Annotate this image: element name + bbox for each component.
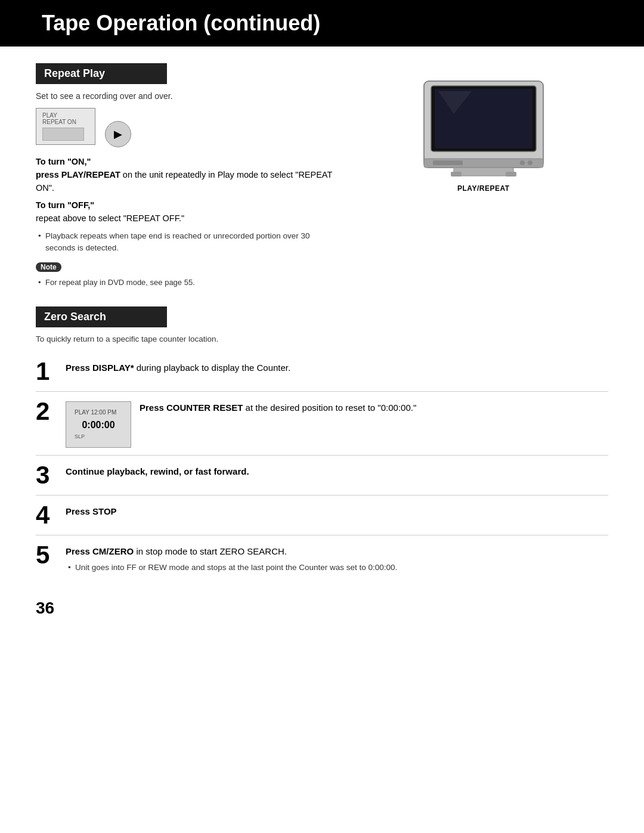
step-5-content: Press CM/ZERO in stop mode to start ZERO… bbox=[66, 543, 608, 574]
step-1: 1 Press DISPLAY* during playback to disp… bbox=[36, 352, 608, 392]
svg-rect-8 bbox=[454, 168, 513, 176]
repeat-play-display-row: PLAY REPEAT ON ▶ bbox=[36, 108, 341, 147]
step-2-bold: Press COUNTER RESET bbox=[140, 402, 243, 413]
tv-illustration bbox=[418, 75, 549, 179]
svg-point-6 bbox=[520, 160, 525, 165]
turn-off-text: repeat above to select "REPEAT OFF." bbox=[36, 213, 184, 223]
note-text: For repeat play in DVD mode, see page 55… bbox=[36, 277, 341, 289]
step-2: 2 PLAY 12:00 PM 0:00:00 SLP Press COUNTE… bbox=[36, 392, 608, 456]
display-screen bbox=[42, 128, 84, 141]
display-play-label: PLAY bbox=[42, 112, 89, 119]
step-3-number: 3 bbox=[36, 463, 57, 488]
step-3-text: Continue playback, rewind, or fast forwa… bbox=[66, 466, 249, 476]
repeat-play-right: PLAY/REPEAT bbox=[359, 63, 609, 289]
turn-off-label: To turn "OFF," bbox=[36, 200, 94, 210]
turn-on-bold: press PLAY/REPEAT bbox=[36, 170, 120, 179]
step-2-number: 2 bbox=[36, 399, 57, 424]
play-icon: ▶ bbox=[114, 128, 122, 141]
repeat-playback-bullet: Playback repeats when tape end is reache… bbox=[36, 230, 341, 255]
step-2-content: PLAY 12:00 PM 0:00:00 SLP Press COUNTER … bbox=[66, 399, 608, 448]
play-repeat-button-icon: ▶ bbox=[105, 121, 131, 147]
svg-rect-9 bbox=[451, 172, 462, 176]
step-4-content: Press STOP bbox=[66, 503, 608, 519]
step-4: 4 Press STOP bbox=[36, 496, 608, 535]
step-2-inner: PLAY 12:00 PM 0:00:00 SLP Press COUNTER … bbox=[66, 401, 608, 448]
repeat-play-note: Note For repeat play in DVD mode, see pa… bbox=[36, 261, 341, 289]
tv-label: PLAY/REPEAT bbox=[457, 184, 510, 193]
repeat-play-instructions: To turn "ON," press PLAY/REPEAT on the u… bbox=[36, 156, 341, 254]
step-1-content: Press DISPLAY* during playback to displa… bbox=[66, 359, 608, 375]
step-5: 5 Press CM/ZERO in stop mode to start ZE… bbox=[36, 535, 608, 581]
step-4-text: Press STOP bbox=[66, 506, 117, 516]
repeat-play-desc: Set to see a recording over and over. bbox=[36, 91, 341, 101]
display-repeat-label: REPEAT ON bbox=[42, 119, 89, 125]
step-1-bold: Press DISPLAY* bbox=[66, 363, 134, 373]
step-5-bullet: Unit goes into FF or REW mode and stops … bbox=[66, 562, 608, 574]
play-repeat-display: PLAY REPEAT ON bbox=[36, 108, 95, 145]
zero-search-section: Zero Search To quickly return to a speci… bbox=[36, 306, 608, 581]
turn-on-label: To turn "ON," bbox=[36, 157, 91, 166]
step-3: 3 Continue playback, rewind, or fast for… bbox=[36, 456, 608, 496]
zero-search-desc: To quickly return to a specific tape cou… bbox=[36, 335, 608, 343]
svg-point-7 bbox=[528, 160, 532, 165]
page-title: Tape Operation (continued) bbox=[0, 0, 644, 47]
step-3-content: Continue playback, rewind, or fast forwa… bbox=[66, 463, 608, 479]
repeat-play-section: Repeat Play Set to see a recording over … bbox=[36, 63, 608, 289]
repeat-play-header: Repeat Play bbox=[36, 63, 167, 84]
counter-play-time: PLAY 12:00 PM bbox=[75, 408, 122, 417]
slp-label: SLP bbox=[75, 432, 122, 441]
page-number: 36 bbox=[36, 599, 608, 618]
step-5-text: in stop mode to start ZERO SEARCH. bbox=[136, 546, 287, 556]
step-2-text: Press COUNTER RESET at the desired posit… bbox=[140, 401, 416, 415]
repeat-play-left: Repeat Play Set to see a recording over … bbox=[36, 63, 341, 289]
step-5-number: 5 bbox=[36, 543, 57, 568]
step-5-main: Press CM/ZERO in stop mode to start ZERO… bbox=[66, 545, 608, 559]
step-5-bold: Press CM/ZERO bbox=[66, 546, 134, 556]
svg-rect-5 bbox=[433, 160, 463, 165]
step-1-text: during playback to display the Counter. bbox=[137, 363, 291, 373]
step-4-number: 4 bbox=[36, 503, 57, 528]
counter-display: PLAY 12:00 PM 0:00:00 SLP bbox=[66, 401, 131, 448]
note-badge: Note bbox=[36, 262, 61, 272]
svg-rect-10 bbox=[506, 172, 516, 176]
counter-value: 0:00:00 bbox=[75, 417, 122, 433]
step-2-detail: at the desired position to reset to "0:0… bbox=[246, 402, 417, 413]
step-1-number: 1 bbox=[36, 359, 57, 384]
zero-search-header: Zero Search bbox=[36, 306, 167, 327]
